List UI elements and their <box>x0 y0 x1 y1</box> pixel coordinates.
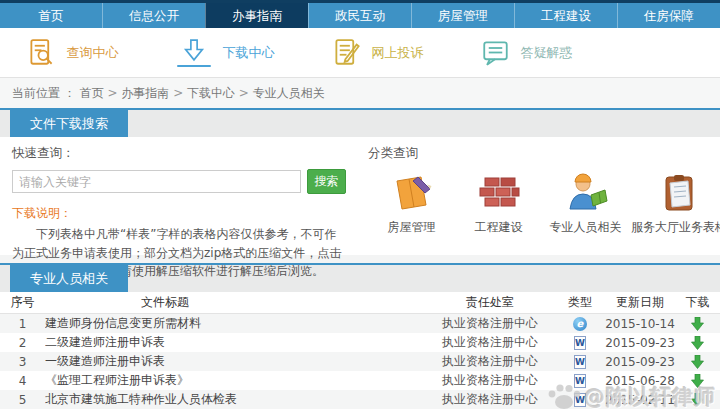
row-number: 2 <box>0 336 45 350</box>
category-construction[interactable]: 工程建设 <box>455 171 542 236</box>
quicklink-label: 查询中心 <box>67 44 119 62</box>
quicklink-label: 答疑解惑 <box>521 44 573 62</box>
file-type-cell <box>555 354 605 369</box>
category-service-hall-forms[interactable]: 服务大厅业务表格 <box>629 171 720 236</box>
download-arrow-button[interactable] <box>675 393 720 407</box>
download-arrow-icon <box>691 317 704 331</box>
update-date: 2015-09-23 <box>605 355 675 369</box>
file-type-icon <box>574 374 586 388</box>
category-professionals[interactable]: 专业人员相关 <box>542 171 629 236</box>
col-header-date: 更新日期 <box>605 294 675 311</box>
file-title-link[interactable]: 一级建造师注册申诉表 <box>45 353 425 370</box>
nav-tab[interactable]: 信息公开 <box>102 3 205 28</box>
table-row: 3 一级建造师注册申诉表 执业资格注册中心 2015-09-23 <box>0 352 720 371</box>
construction-bricks-icon <box>475 171 523 215</box>
file-type-icon <box>574 393 586 407</box>
quicklink-download-center[interactable]: 下载中心 <box>177 38 275 67</box>
col-header-download: 下载 <box>675 294 720 311</box>
table-row: 1 建造师身份信息变更所需材料 执业资格注册中心 2015-10-14 <box>0 314 720 333</box>
col-header-dept: 责任处室 <box>425 294 555 311</box>
quick-query-label: 快速查询： <box>12 145 346 162</box>
breadcrumb-item[interactable]: 专业人员相关 <box>235 86 325 100</box>
category-query-panel: 分类查询 房屋管理 <box>358 137 720 255</box>
table-header-row: 序号 文件标题 责任处室 类型 更新日期 下载 <box>0 292 720 314</box>
breadcrumb-item[interactable]: 首页 <box>80 86 104 100</box>
responsible-dept: 执业资格注册中心 <box>425 372 555 389</box>
worker-icon <box>562 171 610 215</box>
file-type-icon <box>574 355 586 369</box>
quick-query-panel: 快速查询： 搜索 下载说明： 下列表格中凡带“样表”字样的表格内容仅供参考，不可… <box>0 137 358 255</box>
table-row: 5 北京市建筑施工特种作业人员体检表 执业资格注册中心 2015-02-11 <box>0 390 720 409</box>
nav-tab[interactable]: 工程建设 <box>514 3 617 28</box>
table-section-tab[interactable]: 专业人员相关 <box>10 265 128 292</box>
download-icon <box>177 38 211 67</box>
update-date: 2015-06-28 <box>605 374 675 388</box>
download-arrow-button[interactable] <box>675 355 720 369</box>
file-title-link[interactable]: 建造师身份信息变更所需材料 <box>45 315 425 332</box>
clipboard-forms-icon <box>655 171 703 215</box>
row-number: 4 <box>0 374 45 388</box>
quicklink-faq[interactable]: 答疑解惑 <box>482 39 573 66</box>
download-note-title: 下载说明： <box>12 205 346 222</box>
download-arrow-button[interactable] <box>675 317 720 331</box>
chat-bubble-icon <box>482 39 509 66</box>
update-date: 2015-10-14 <box>605 317 675 331</box>
breadcrumb-item[interactable]: 办事指南 <box>104 86 170 100</box>
search-input[interactable] <box>12 170 301 193</box>
search-section-body: 快速查询： 搜索 下载说明： 下列表格中凡带“样表”字样的表格内容仅供参考，不可… <box>0 137 720 255</box>
file-type-icon <box>573 317 587 331</box>
breadcrumb-item[interactable]: 下载中心 <box>169 86 235 100</box>
file-type-cell <box>555 335 605 350</box>
nav-tab[interactable]: 住房保障 <box>617 3 720 28</box>
quicklink-label: 下载中心 <box>223 44 275 62</box>
search-section-tab[interactable]: 文件下载搜索 <box>10 110 128 137</box>
house-management-icon <box>388 171 436 215</box>
file-title-link[interactable]: 二级建造师注册申诉表 <box>45 334 425 351</box>
download-arrow-icon <box>691 336 704 350</box>
row-number: 5 <box>0 393 45 407</box>
search-button[interactable]: 搜索 <box>307 169 346 194</box>
category-label: 房屋管理 <box>388 219 436 236</box>
quicklink-online-complaint[interactable]: 网上投诉 <box>333 39 424 66</box>
breadcrumb: 当前位置 ： 首页办事指南下载中心专业人员相关 <box>0 78 720 108</box>
responsible-dept: 执业资格注册中心 <box>425 334 555 351</box>
top-navigation: 首页 信息公开 办事指南 政民互动 房屋管理 工程建设 住房保障 <box>0 0 720 28</box>
update-date: 2015-09-23 <box>605 336 675 350</box>
row-number: 3 <box>0 355 45 369</box>
download-table: 序号 文件标题 责任处室 类型 更新日期 下载 1 建造师身份信息变更所需材料 … <box>0 292 720 410</box>
col-header-title: 文件标题 <box>45 294 425 311</box>
quicklink-query-center[interactable]: 查询中心 <box>28 39 119 66</box>
file-title-link[interactable]: 《监理工程师注册申诉表》 <box>45 372 425 389</box>
active-underline <box>177 65 211 67</box>
download-arrow-button[interactable] <box>675 374 720 388</box>
nav-tab[interactable]: 办事指南 <box>205 3 308 28</box>
category-query-label: 分类查询 <box>368 145 720 162</box>
file-title-link[interactable]: 北京市建筑施工特种作业人员体检表 <box>45 391 425 408</box>
quicklink-label: 网上投诉 <box>372 44 424 62</box>
nav-tab[interactable]: 政民互动 <box>308 3 411 28</box>
responsible-dept: 执业资格注册中心 <box>425 353 555 370</box>
category-label: 服务大厅业务表格 <box>631 219 720 236</box>
table-row: 2 二级建造师注册申诉表 执业资格注册中心 2015-09-23 <box>0 333 720 352</box>
table-body: 1 建造师身份信息变更所需材料 执业资格注册中心 2015-10-14 2 二级… <box>0 314 720 409</box>
file-type-cell <box>555 392 605 407</box>
download-arrow-icon <box>691 393 704 407</box>
download-arrow-icon <box>691 374 704 388</box>
update-date: 2015-02-11 <box>605 393 675 407</box>
download-arrow-button[interactable] <box>675 336 720 350</box>
nav-tab[interactable]: 首页 <box>0 3 102 28</box>
search-section-header: 文件下载搜索 <box>0 108 720 137</box>
breadcrumb-label: 当前位置 ： <box>12 86 76 100</box>
quick-links-bar: 查询中心 下载中心 网上投诉 答疑解惑 <box>0 28 720 78</box>
category-label: 专业人员相关 <box>550 219 622 236</box>
col-header-no: 序号 <box>0 294 45 311</box>
row-number: 1 <box>0 317 45 331</box>
category-house-management[interactable]: 房屋管理 <box>368 171 455 236</box>
nav-tab[interactable]: 房屋管理 <box>411 3 514 28</box>
table-section-header: 专业人员相关 <box>0 263 720 292</box>
search-doc-icon <box>28 39 55 66</box>
breadcrumb-items: 首页办事指南下载中心专业人员相关 <box>80 86 325 100</box>
complaint-doc-icon <box>333 39 360 66</box>
file-type-icon <box>574 336 586 350</box>
category-label: 工程建设 <box>475 219 523 236</box>
